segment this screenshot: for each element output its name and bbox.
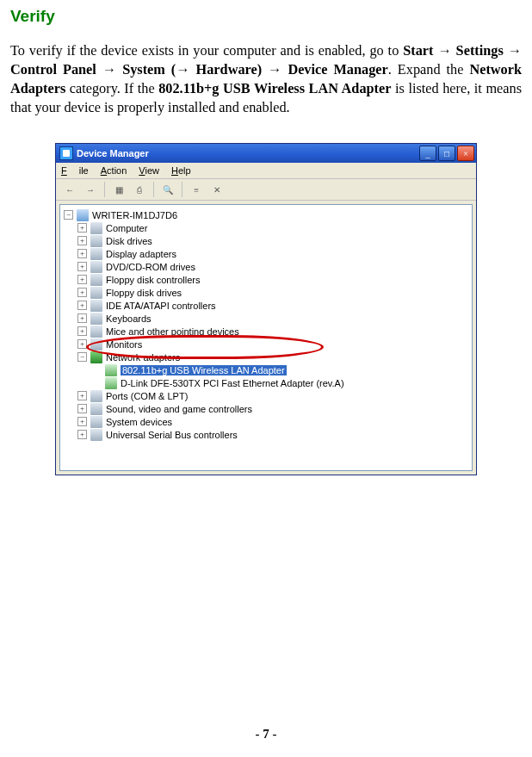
app-icon (59, 146, 73, 160)
tree-item-nic[interactable]: D-Link DFE-530TX PCI Fast Ethernet Adapt… (64, 376, 472, 389)
expand-icon[interactable] (77, 404, 87, 413)
menu-help[interactable]: Help (171, 165, 191, 176)
expand-icon[interactable] (77, 301, 87, 310)
expand-icon[interactable] (77, 275, 87, 284)
item-label: Floppy disk drives (106, 288, 182, 298)
window-title: Device Manager (77, 148, 149, 158)
tree-item-network-adapters[interactable]: Network adapters (64, 351, 472, 363)
body-paragraph: To verify if the device exists in your c… (10, 41, 522, 117)
expand-icon[interactable] (77, 326, 87, 336)
expand-icon[interactable] (77, 262, 87, 271)
close-button[interactable]: × (457, 146, 474, 161)
section-heading: Verify (10, 7, 522, 26)
root-label: WRITER-IM1DJ7D6 (92, 210, 177, 220)
item-label: Keyboards (106, 313, 152, 324)
item-label: Disk drives (106, 236, 152, 246)
tree-item[interactable]: Monitors (64, 338, 472, 351)
device-tree[interactable]: WRITER-IM1DJ7D6 Computer Disk drives Dis… (59, 204, 473, 471)
kw-adapter-name: 802.11b+g USB Wireless LAN Adapter (158, 80, 391, 96)
computer-icon (77, 209, 89, 221)
item-label: DVD/CD-ROM drives (106, 262, 195, 272)
arrow: → (504, 42, 522, 59)
tree-item[interactable]: Computer (64, 221, 472, 234)
device-icon (90, 403, 102, 415)
tree-item[interactable]: Sound, video and game controllers (64, 402, 472, 415)
tree-item[interactable]: Floppy disk drives (64, 286, 472, 299)
expand-icon[interactable] (77, 288, 87, 297)
expand-icon[interactable] (77, 339, 87, 349)
device-icon (90, 300, 102, 312)
kw-hardware: Hardware) (190, 61, 263, 78)
tree-item[interactable]: DVD/CD-ROM drives (64, 260, 472, 273)
tree-item[interactable]: Display adapters (64, 247, 472, 260)
menu-file[interactable]: File (61, 165, 89, 176)
expand-icon[interactable] (77, 430, 87, 439)
minimize-button[interactable]: _ (419, 146, 436, 161)
maximize-button[interactable]: □ (438, 146, 455, 161)
tree-root[interactable]: WRITER-IM1DJ7D6 (64, 208, 472, 221)
forward-button[interactable] (82, 181, 99, 198)
expand-icon[interactable] (77, 391, 87, 400)
tree-item[interactable]: Disk drives (64, 234, 472, 247)
page-number: - 7 - (0, 727, 532, 741)
back-button[interactable] (61, 181, 78, 198)
device-icon (90, 313, 102, 325)
kw-control-panel: Control Panel (10, 61, 96, 78)
tree-item-selected-adapter[interactable]: 802.11b+g USB Wireless LAN Adapter (64, 363, 472, 376)
arrow-bold: → (176, 61, 189, 78)
nic-icon (105, 364, 117, 376)
toolbar-button[interactable]: ⎙ (131, 181, 148, 198)
item-label: D-Link DFE-530TX PCI Fast Ethernet Adapt… (121, 378, 344, 388)
device-icon (90, 429, 102, 441)
toolbar-button[interactable]: 🔍 (159, 181, 176, 198)
kw-start: Start (403, 42, 433, 59)
device-icon (90, 261, 102, 273)
item-label: Mice and other pointing devices (106, 326, 239, 337)
tree-item[interactable]: IDE ATA/ATAPI controllers (64, 299, 472, 312)
tree-item[interactable]: Mice and other pointing devices (64, 325, 472, 338)
text: To verify if the device exists in your c… (10, 42, 403, 59)
toolbar: ▦ ⎙ 🔍 ≡ ✕ (56, 179, 476, 201)
device-icon (90, 287, 102, 299)
item-label: Network adapters (106, 352, 180, 363)
arrow: → (96, 61, 122, 78)
device-icon (90, 235, 102, 247)
device-icon (90, 326, 102, 338)
expand-icon[interactable] (77, 417, 87, 426)
toolbar-button[interactable]: ▦ (110, 181, 127, 198)
item-label: IDE ATA/ATAPI controllers (106, 301, 216, 311)
item-label: Monitors (106, 339, 142, 350)
tree-item[interactable]: Universal Serial Bus controllers (64, 428, 472, 441)
kw-device-manager: Device Manager (288, 61, 387, 78)
item-label: Computer (106, 223, 147, 233)
menu-action[interactable]: Action (101, 165, 127, 176)
arrow: → (262, 61, 288, 78)
tree-item[interactable]: Keyboards (64, 312, 472, 325)
text: category. If the (65, 80, 158, 96)
menu-bar: File Action View Help (56, 163, 476, 179)
device-manager-window: Device Manager _ □ × File Action View He… (55, 143, 477, 475)
network-icon (90, 351, 102, 363)
expand-icon[interactable] (77, 249, 87, 258)
collapse-icon[interactable] (77, 352, 87, 362)
text: . Expand the (388, 61, 470, 78)
expand-icon[interactable] (77, 223, 87, 233)
toolbar-button[interactable]: ≡ (188, 181, 205, 198)
kw-system: System ( (122, 61, 176, 78)
item-label: Floppy disk controllers (106, 275, 200, 285)
device-icon (90, 416, 102, 428)
expand-icon[interactable] (77, 236, 87, 245)
collapse-icon[interactable] (64, 210, 73, 220)
tree-item[interactable]: Ports (COM & LPT) (64, 389, 472, 402)
arrow: → (433, 42, 455, 59)
tree-item[interactable]: Floppy disk controllers (64, 273, 472, 286)
nic-icon (105, 377, 117, 389)
device-icon (90, 248, 102, 260)
selected-label: 802.11b+g USB Wireless LAN Adapter (121, 365, 287, 375)
item-label: Display adapters (106, 249, 176, 259)
device-icon (90, 338, 102, 351)
toolbar-button[interactable]: ✕ (208, 181, 226, 198)
tree-item[interactable]: System devices (64, 415, 472, 428)
menu-view[interactable]: View (139, 165, 159, 176)
expand-icon[interactable] (77, 313, 87, 323)
